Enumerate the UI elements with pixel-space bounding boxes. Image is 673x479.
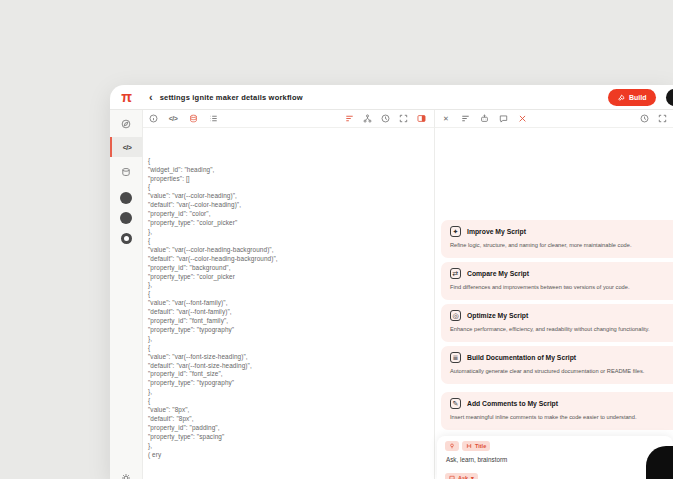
code-line: "default": "var(--font-family)",: [148, 308, 433, 317]
code-line: "property_id": "font_size",: [148, 370, 433, 379]
code-line: "property_type": "typography": [148, 379, 433, 388]
card-description: Find differences and improvements betwee…: [450, 284, 673, 290]
card-description: Enhance performance, efficiency, and rea…: [450, 326, 673, 332]
history-icon[interactable]: [639, 114, 649, 124]
desktop-background: π ‹ settings ignite maker details workfl…: [0, 0, 673, 479]
chat-placeholder[interactable]: Ask, learn, brainstorm: [446, 456, 665, 463]
code-line: ( ery: [148, 451, 433, 460]
chevron-down-icon: ▾: [471, 475, 474, 479]
card-title: Compare My Script: [467, 270, 529, 277]
list-icon[interactable]: [208, 114, 218, 124]
info-icon[interactable]: [148, 114, 158, 124]
heading-icon: [466, 443, 472, 449]
code-line: "default": "var(--font-size-heading)",: [148, 362, 433, 371]
card-icon: ≣: [450, 352, 461, 363]
card-icon: ✦: [450, 226, 461, 237]
chat-bubble-icon: [449, 475, 455, 479]
code-icon: </>: [123, 144, 132, 151]
bot-icon[interactable]: [479, 114, 489, 124]
record-circle[interactable]: [110, 228, 142, 248]
gear-icon[interactable]: [110, 468, 142, 479]
history-icon[interactable]: [380, 114, 390, 124]
panel-divider: [434, 110, 435, 479]
rocket-icon: [617, 94, 625, 102]
message-icon[interactable]: [498, 114, 508, 124]
close-icon[interactable]: ✕: [441, 114, 451, 124]
card-title: Build Documentation of My Script: [467, 354, 576, 361]
card-description: Insert meaningful inline comments to mak…: [450, 414, 673, 420]
secondary-action-button[interactable]: [666, 89, 673, 106]
app-logo-icon: π: [110, 85, 143, 109]
assistant-card[interactable]: ✎ Add Comments to My Script Insert meani…: [441, 392, 673, 430]
sort-icon[interactable]: [460, 114, 470, 124]
code-line: "property_type": "color_picker": [148, 219, 433, 228]
card-title: Add Comments to My Script: [467, 400, 558, 407]
code-line: "property_type": "typography": [148, 326, 433, 335]
assistant-card[interactable]: ⇄ Compare My Script Find differences and…: [441, 262, 673, 300]
assistant-card[interactable]: ≣ Build Documentation of My Script Autom…: [441, 346, 673, 384]
card-description: Refine logic, structure, and naming for …: [450, 242, 673, 248]
assistant-card-list: ✦ Improve My Script Refine logic, struct…: [441, 220, 673, 434]
code-line: "value": "var(--font-size-heading)",: [148, 353, 433, 362]
ask-mode-pill[interactable]: Ask ▾: [445, 473, 478, 479]
code-line: {: [148, 183, 433, 192]
title-pill-label: Title: [475, 443, 486, 449]
sidebar-item-code[interactable]: </>: [110, 137, 142, 157]
card-icon: ◎: [450, 310, 461, 321]
code-line: {: [148, 344, 433, 353]
code-icon[interactable]: </>: [168, 114, 178, 124]
assistant-toolbar: ✕: [435, 110, 673, 128]
card-icon: ✎: [450, 398, 461, 409]
build-button-label: Build: [629, 94, 647, 101]
card-title: Optimize My Script: [467, 312, 528, 319]
code-line: "default": "var(--color-heading)",: [148, 201, 433, 210]
expand-icon[interactable]: [657, 114, 667, 124]
layers-icon[interactable]: [110, 162, 142, 182]
ask-mode-label: Ask: [458, 475, 468, 479]
code-line: "default": "8px",: [148, 415, 433, 424]
chat-input-panel[interactable]: Title Ask, learn, brainstorm Ask ▾: [437, 436, 673, 479]
assistant-card[interactable]: ✦ Improve My Script Refine logic, struct…: [441, 220, 673, 258]
app-window: π ‹ settings ignite maker details workfl…: [110, 85, 673, 479]
code-line: {: [148, 157, 433, 166]
code-line: "value": "8px",: [148, 406, 433, 415]
compass-icon[interactable]: [110, 114, 142, 134]
nodes-icon[interactable]: [362, 114, 372, 124]
title-pill[interactable]: Title: [462, 441, 490, 451]
code-line: "properties": []: [148, 175, 433, 184]
build-button[interactable]: Build: [608, 89, 656, 106]
expand-icon[interactable]: [398, 114, 408, 124]
back-button[interactable]: ‹: [149, 91, 153, 103]
panel-toggle-icon[interactable]: [416, 114, 426, 124]
code-line: },: [148, 388, 433, 397]
avatar-circle[interactable]: [110, 208, 142, 228]
code-line: "property_type": "color_picker: [148, 273, 433, 282]
pin-icon: [449, 443, 455, 449]
code-editor[interactable]: {"widget_id": "heading","properties": []…: [148, 130, 433, 460]
window-header: π ‹ settings ignite maker details workfl…: [110, 85, 673, 110]
avatar-circle[interactable]: [110, 188, 142, 208]
sidebar: </>: [110, 110, 143, 479]
code-line: "property_id": "color",: [148, 210, 433, 219]
code-line: },: [148, 281, 433, 290]
code-line: "default": "var(--color-heading-backgrou…: [148, 255, 433, 264]
code-line: "value": "var(--color-heading)",: [148, 192, 433, 201]
code-line: {: [148, 237, 433, 246]
card-description: Automatically generate clear and structu…: [450, 368, 673, 374]
assistant-card[interactable]: ◎ Optimize My Script Enhance performance…: [441, 304, 673, 342]
code-line: "value": "var(--font-family)",: [148, 299, 433, 308]
code-line: "property_id": "font_family",: [148, 317, 433, 326]
code-line: "widget_id": "heading",: [148, 166, 433, 175]
pin-pill[interactable]: [445, 441, 459, 451]
code-line: {: [148, 397, 433, 406]
code-line: "property_id": "padding",: [148, 424, 433, 433]
sort-icon[interactable]: [344, 114, 354, 124]
page-title: settings ignite maker details workflow: [160, 93, 303, 102]
editor-toolbar: </>: [143, 110, 434, 128]
card-title: Improve My Script: [467, 228, 526, 235]
database-icon[interactable]: [188, 114, 198, 124]
code-line: {: [148, 290, 433, 299]
code-line: },: [148, 442, 433, 451]
wand-off-icon[interactable]: [517, 114, 527, 124]
code-line: "property_type": "spacing": [148, 433, 433, 442]
